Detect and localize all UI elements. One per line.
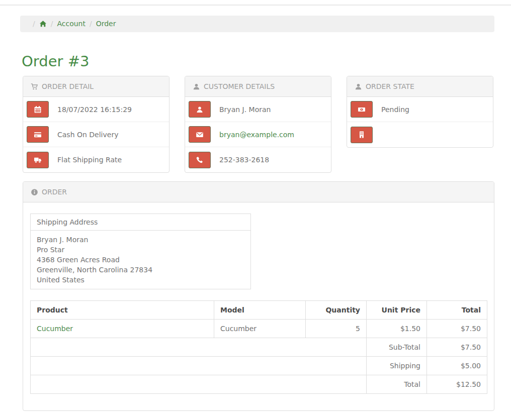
address-line: 4368 Green Acres Road [37,255,244,265]
building-icon [351,127,373,143]
order-products-table: Product Model Quantity Unit Price Total … [30,300,487,394]
calendar-icon [27,101,49,118]
payment-method-text: Cash On Delivery [57,131,118,139]
panel-title: ORDER STATE [366,81,414,91]
column-header-total: Total [427,301,487,320]
order-invoice-row [347,122,493,147]
order-detail-panel-header: ORDER DETAIL [23,76,169,97]
spacer-cell [31,338,367,357]
product-unit-price-cell: $1.50 [367,320,427,338]
customer-email-link[interactable]: bryan@example.com [219,131,294,139]
product-model-cell: Cucumber [214,320,306,338]
subtotal-label: Sub-Total [367,338,427,357]
order-state-panel-body: Pending [347,97,493,147]
address-line: United States [37,275,244,285]
order-status-row: Pending [347,97,493,122]
panel-title: ORDER DETAIL [42,81,94,91]
user-icon [189,101,211,118]
user-icon [355,83,362,90]
subtotal-value: $7.50 [427,338,487,357]
products-header-row: Product Model Quantity Unit Price Total [31,301,487,320]
breadcrumb-account-link[interactable]: Account [57,19,86,29]
breadcrumb-separator: / [51,19,53,29]
order-detail-panel-body: 18/07/2022 16:15:29 Cash On Delivery Fla… [23,97,169,172]
shipping-value: $5.00 [427,357,487,375]
column-header-model: Model [214,301,306,320]
product-link[interactable]: Cucumber [37,325,73,333]
shipping-total-row: Shipping $5.00 [31,357,487,375]
customer-name-row: Bryan J. Moran [185,97,331,122]
total-value: $12.50 [427,375,487,394]
order-panel: ORDER Shipping Address Bryan J. Moran Pr… [23,181,494,411]
customer-details-panel-body: Bryan J. Moran bryan@example.com 252-383… [185,97,331,172]
customer-phone-row: 252-383-2618 [185,147,331,172]
order-date-text: 18/07/2022 16:15:29 [57,106,132,114]
address-line: Bryan J. Moran [37,235,244,245]
user-icon [193,83,200,90]
spacer-cell [31,375,367,394]
subtotal-row: Sub-Total $7.50 [31,338,487,357]
panel-title: ORDER [42,187,67,197]
breadcrumb-separator: / [33,19,35,29]
customer-details-panel: CUSTOMER DETAILS Bryan J. Moran bryan@ex… [185,76,331,173]
product-name-cell: Cucumber [31,320,214,338]
order-detail-panel: ORDER DETAIL 18/07/2022 16:15:29 Cash On… [23,76,169,173]
breadcrumb-order-link[interactable]: Order [96,19,116,29]
shipping-address-table: Shipping Address Bryan J. Moran Pro Star… [30,214,251,289]
page-top-border [0,0,511,6]
info-panels-row: ORDER DETAIL 18/07/2022 16:15:29 Cash On… [23,76,494,173]
truck-icon [27,152,49,168]
breadcrumb-separator: / [90,19,92,29]
column-header-unit-price: Unit Price [367,301,427,320]
order-date-row: 18/07/2022 16:15:29 [23,97,169,122]
customer-name-text: Bryan J. Moran [219,106,271,114]
column-header-product: Product [31,301,214,320]
envelope-icon [189,126,211,143]
address-line: Greenville, North Carolina 27834 [37,265,244,275]
shipping-address-cell: Bryan J. Moran Pro Star 4368 Green Acres… [31,231,251,289]
product-total-cell: $7.50 [427,320,487,338]
product-quantity-cell: 5 [306,320,367,338]
total-label: Total [367,375,427,394]
credit-card-icon [27,126,49,143]
spacer-cell [31,357,367,375]
order-state-panel: ORDER STATE Pending [347,76,493,148]
panel-title: CUSTOMER DETAILS [204,81,275,91]
order-panel-header: ORDER [23,182,494,202]
home-icon [39,20,47,28]
address-line: Pro Star [37,245,244,255]
order-state-panel-header: ORDER STATE [347,76,493,97]
page-title: Order #3 [22,53,494,70]
order-status-text: Pending [381,106,409,114]
breadcrumb-home-link[interactable] [39,20,47,28]
customer-details-panel-header: CUSTOMER DETAILS [185,76,331,97]
breadcrumb: / / Account / Order [20,16,494,32]
banknote-icon [351,101,373,118]
order-panel-body: Shipping Address Bryan J. Moran Pro Star… [23,202,494,410]
column-header-quantity: Quantity [306,301,367,320]
shipping-label: Shipping [367,357,427,375]
page-container: / / Account / Order Order #3 ORDER DETAI… [20,16,494,411]
cart-icon [31,83,38,90]
product-row: Cucumber Cucumber 5 $1.50 $7.50 [31,320,487,338]
grand-total-row: Total $12.50 [31,375,487,394]
customer-email-row: bryan@example.com [185,122,331,147]
info-icon [31,188,38,196]
payment-method-row: Cash On Delivery [23,122,169,147]
phone-icon [189,152,211,168]
shipping-method-text: Flat Shipping Rate [57,156,122,164]
shipping-method-row: Flat Shipping Rate [23,147,169,172]
shipping-address-header: Shipping Address [31,214,251,231]
customer-phone-text: 252-383-2618 [219,156,269,164]
